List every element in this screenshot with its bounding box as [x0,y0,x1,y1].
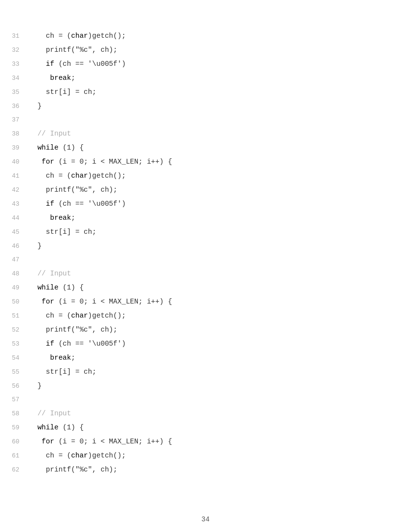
line-number: 55 [0,365,29,379]
code-line: 56 } [0,379,411,393]
code-line: 58 // Input [0,407,411,421]
line-content: if (ch == '\u005f') [29,57,411,71]
code-line: 34 break; [0,71,411,85]
line-number: 36 [0,100,29,113]
code-line: 35 str[i] = ch; [0,85,411,99]
line-number: 49 [0,281,29,295]
code-line: 43 if (ch == '\u005f') [0,197,411,211]
line-content: printf("%c", ch); [29,463,411,476]
code-line: 44 break; [0,211,411,225]
line-number: 52 [0,323,29,337]
line-number: 33 [0,58,29,71]
line-content: ch = (char)getch(); [29,449,411,462]
line-content: } [29,379,411,393]
code-line: 46 } [0,239,411,253]
line-content: str[i] = ch; [29,225,411,239]
code-line: 61 ch = (char)getch(); [0,449,411,463]
code-line: 54 break; [0,351,411,365]
line-content: ch = (char)getch(); [29,169,411,182]
line-number: 50 [0,295,29,309]
line-content: while (1) { [29,421,411,434]
line-number: 35 [0,86,29,99]
code-line: 50 for (i = 0; i < MAX_LEN; i++) { [0,295,411,309]
line-number: 43 [0,198,29,211]
line-content: if (ch == '\u005f') [29,197,411,211]
line-content: break; [29,211,411,225]
line-content: } [29,239,411,253]
code-line: 40 for (i = 0; i < MAX_LEN; i++) { [0,155,411,169]
code-line: 45 str[i] = ch; [0,225,411,239]
code-line: 37 [0,113,411,127]
line-number: 48 [0,267,29,281]
line-content: } [29,99,411,113]
line-number: 53 [0,337,29,351]
code-line: 51 ch = (char)getch(); [0,309,411,323]
line-number: 42 [0,183,29,197]
line-content: for (i = 0; i < MAX_LEN; i++) { [29,295,411,308]
code-line: 47 [0,253,411,267]
code-line: 36 } [0,99,411,113]
line-number: 57 [0,393,29,407]
line-content: for (i = 0; i < MAX_LEN; i++) { [29,155,411,168]
line-number: 60 [0,435,29,449]
code-line: 55 str[i] = ch; [0,365,411,379]
line-content: // Input [29,267,411,280]
code-line: 62 printf("%c", ch); [0,463,411,477]
page-number: 34 [0,516,411,523]
code-container: 31 ch = (char)getch();32 printf("%c", ch… [0,0,411,506]
line-content: // Input [29,407,411,420]
code-line: 39 while (1) { [0,141,411,155]
line-content: printf("%c", ch); [29,43,411,57]
code-line: 53 if (ch == '\u005f') [0,337,411,351]
line-content: for (i = 0; i < MAX_LEN; i++) { [29,435,411,448]
code-line: 32 printf("%c", ch); [0,43,411,57]
line-number: 31 [0,30,29,43]
line-content: while (1) { [29,281,411,294]
line-number: 45 [0,226,29,239]
line-number: 34 [0,72,29,85]
code-line: 38 // Input [0,127,411,141]
code-line: 41 ch = (char)getch(); [0,169,411,183]
line-number: 46 [0,240,29,253]
code-line: 33 if (ch == '\u005f') [0,57,411,71]
line-content: ch = (char)getch(); [29,309,411,322]
code-line: 57 [0,393,411,407]
line-content: str[i] = ch; [29,365,411,379]
line-number: 56 [0,380,29,393]
line-number: 47 [0,253,29,267]
code-line: 59 while (1) { [0,421,411,435]
line-number: 44 [0,212,29,225]
line-content: break; [29,71,411,85]
line-number: 62 [0,463,29,477]
line-number: 37 [0,113,29,127]
code-line: 52 printf("%c", ch); [0,323,411,337]
line-content: while (1) { [29,141,411,154]
line-content: if (ch == '\u005f') [29,337,411,350]
line-number: 51 [0,309,29,323]
line-number: 32 [0,44,29,57]
line-content: // Input [29,127,411,140]
code-line: 42 printf("%c", ch); [0,183,411,197]
line-number: 61 [0,449,29,463]
line-number: 39 [0,141,29,155]
line-content: str[i] = ch; [29,85,411,99]
line-content: printf("%c", ch); [29,323,411,336]
code-line: 60 for (i = 0; i < MAX_LEN; i++) { [0,435,411,449]
line-number: 41 [0,169,29,183]
line-content: break; [29,351,411,365]
line-number: 58 [0,407,29,421]
line-number: 38 [0,127,29,141]
line-number: 40 [0,155,29,169]
line-number: 59 [0,421,29,435]
line-content: ch = (char)getch(); [29,29,411,43]
code-line: 48 // Input [0,267,411,281]
code-line: 31 ch = (char)getch(); [0,29,411,43]
line-number: 54 [0,351,29,365]
code-line: 49 while (1) { [0,281,411,295]
line-content: printf("%c", ch); [29,183,411,197]
